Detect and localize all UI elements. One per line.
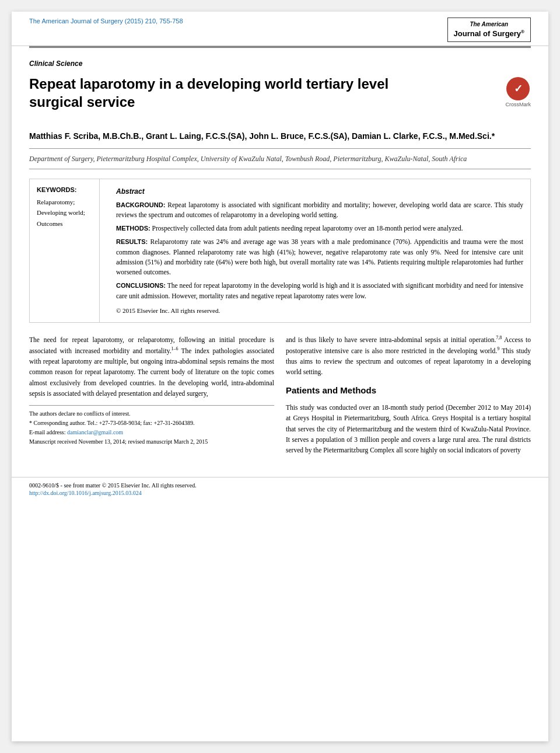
keywords-box: KEYWORDS: Relaparotomy; Developing world… [30,179,100,323]
crossmark-icon: ✓ [506,77,530,100]
main-content: Clinical Science Repeat laparotomy in a … [12,48,548,477]
logo-line1: The American [454,20,524,29]
keyword-2: Developing world; [37,207,92,218]
copyright: © 2015 Elsevier Inc. All rights reserved… [116,306,523,316]
footer-issn: 0002-9610/$ - see front matter © 2015 El… [29,482,531,489]
crossmark-badge: ✓ CrossMark [505,77,531,107]
footnote-email: E-mail address: damianclar@gmail.com [29,428,274,437]
methods-text: Prospectively collected data from adult … [152,225,463,232]
body-column-right: and is thus likely to have severe intra-… [286,334,531,456]
footnote-manuscript: Manuscript received November 13, 2014; r… [29,437,274,447]
abstract-methods: METHODS: Prospectively collected data fr… [116,224,523,233]
footer-doi-link[interactable]: http://dx.doi.org/10.1016/j.amjsurg.2015… [29,490,531,496]
abstract-background: BACKGROUND: Repeat laparotomy is associa… [116,200,523,221]
keyword-1: Relaparotomy; [37,197,92,208]
section-label: Clinical Science [29,60,531,68]
patients-methods-heading: Patients and Methods [286,384,531,398]
keywords-title: KEYWORDS: [37,186,92,193]
crossmark-label: CrossMark [505,102,531,107]
body-right-para-1: and is thus likely to have severe intra-… [286,334,531,378]
abstract-title: Abstract [116,186,523,197]
journal-logo: The American Journal of Surgery® [447,18,531,42]
abstract-section: KEYWORDS: Relaparotomy; Developing world… [29,179,531,323]
conclusions-label: CONCLUSIONS: [116,282,166,289]
page: The American Journal of Surgery (2015) 2… [12,12,548,741]
article-title: Repeat laparotomy in a developing world … [29,75,405,111]
footnote-corresponding: * Corresponding author. Tel.: +27-73-058… [29,419,274,428]
body-left-para: The need for repeat laparotomy, or relap… [29,334,274,399]
results-text: Relaparotomy rate was 24% and average ag… [116,238,523,276]
body-column-left: The need for repeat laparotomy, or relap… [29,334,274,456]
body-two-column: The need for repeat laparotomy, or relap… [29,334,531,456]
keyword-3: Outcomes [37,218,92,229]
methods-label: METHODS: [116,225,150,232]
email-link[interactable]: damianclar@gmail.com [67,429,123,435]
conclusions-text: The need for repeat laparotomy in the de… [116,282,523,299]
footnote-section: The authors declare no conflicts of inte… [29,405,274,447]
journal-reference: The American Journal of Surgery (2015) 2… [29,18,183,25]
abstract-results: RESULTS: Relaparotomy rate was 24% and a… [116,237,523,277]
affiliation: Department of Surgery, Pietermaritzburg … [29,148,531,169]
abstract-content: Abstract BACKGROUND: Repeat laparotomy i… [109,179,530,323]
abstract-conclusions: CONCLUSIONS: The need for repeat laparot… [116,281,523,301]
background-text: Repeat laparotomy is associated with sig… [116,201,523,218]
title-row: Repeat laparotomy in a developing world … [29,75,531,120]
results-label: RESULTS: [116,238,148,245]
header: The American Journal of Surgery (2015) 2… [12,12,548,46]
logo-line2: Journal of Surgery® [454,29,524,39]
footnote-conflicts: The authors declare no conflicts of inte… [29,409,274,419]
keywords-list: Relaparotomy; Developing world; Outcomes [37,197,92,229]
background-label: BACKGROUND: [116,201,165,208]
footer: 0002-9610/$ - see front matter © 2015 El… [12,477,548,501]
body-right-para-2: This study was conducted over an 18-mont… [286,402,531,456]
authors: Matthias F. Scriba, M.B.Ch.B., Grant L. … [29,130,531,142]
